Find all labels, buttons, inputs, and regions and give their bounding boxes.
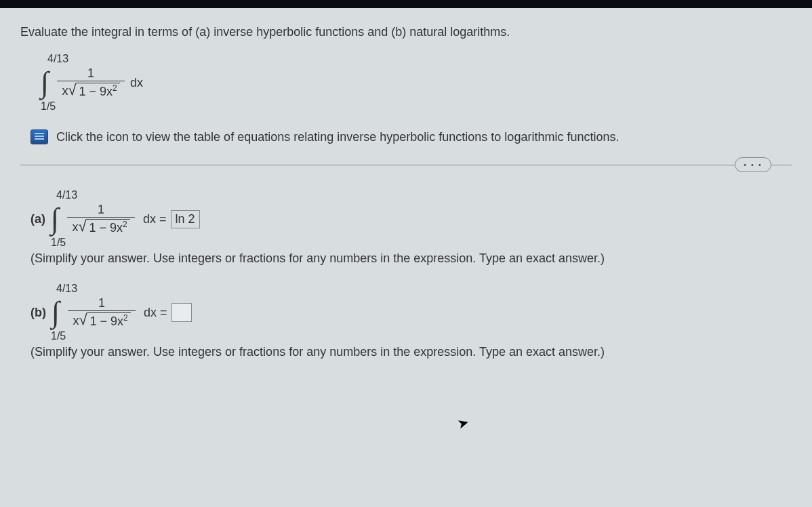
sqrt-content: 1 − 9x2 [76, 83, 119, 99]
more-button[interactable]: • • • [735, 157, 771, 172]
part-b-fraction: 1 x √ 1 − 9x2 [68, 296, 136, 329]
part-b-integral-sign: ∫ [52, 298, 60, 327]
window-top-bar [0, 0, 812, 8]
denom-x: x [62, 84, 68, 98]
part-b-block: 4/13 (b) ∫ 1 x √ 1 − 9x2 dx = [31, 283, 792, 342]
part-a-label: (a) [31, 212, 45, 226]
book-icon[interactable] [31, 129, 48, 144]
part-b-label: (b) [31, 306, 46, 320]
denominator: x √ 1 − 9x2 [59, 81, 122, 99]
part-a-block: 4/13 (a) ∫ 1 x √ 1 − 9x2 dx = ln 2 [31, 189, 792, 249]
table-link-text: Click the icon to view the table of equa… [56, 130, 619, 144]
part-b-lower-limit: 1/5 [51, 330, 792, 342]
cursor-icon: ➤ [455, 413, 471, 432]
dx: dx [130, 76, 143, 90]
part-b-answer-box[interactable] [171, 303, 192, 322]
part-a-integral-sign: ∫ [51, 204, 59, 234]
section-divider: • • • [20, 165, 792, 165]
integral-sign: ∫ [41, 68, 49, 98]
upper-limit: 4/13 [47, 53, 792, 65]
integrand-fraction: 1 x √ 1 − 9x2 [57, 66, 125, 99]
question-container: Evaluate the integral in terms of (a) in… [0, 8, 812, 507]
numerator: 1 [85, 66, 97, 81]
main-integral: 4/13 ∫ 1 x √ 1 − 9x2 dx 1 [41, 53, 792, 113]
table-link[interactable]: Click the icon to view the table of equa… [31, 129, 792, 144]
part-a-equals: dx = [143, 212, 167, 226]
part-a-answer-box[interactable]: ln 2 [171, 210, 200, 228]
sqrt-wrap: √ 1 − 9x2 [68, 83, 119, 99]
part-b-instruction: (Simplify your answer. Use integers or f… [31, 345, 792, 359]
part-a-lower-limit: 1/5 [51, 237, 792, 249]
part-a-instruction: (Simplify your answer. Use integers or f… [31, 251, 792, 266]
question-prompt: Evaluate the integral in terms of (a) in… [20, 25, 792, 39]
sqrt-symbol: √ [68, 83, 76, 98]
lower-limit: 1/5 [41, 100, 792, 113]
part-b-equals: dx = [144, 306, 167, 320]
part-a-upper-limit: 4/13 [56, 189, 792, 201]
part-b-upper-limit: 4/13 [56, 283, 792, 295]
part-a-fraction: 1 x √ 1 − 9x2 [67, 203, 135, 235]
